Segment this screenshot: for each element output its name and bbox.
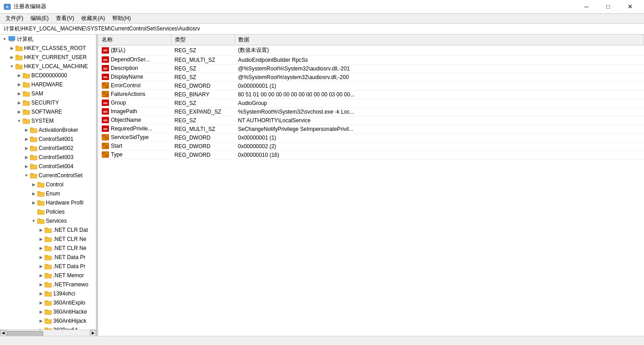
tree-node-netdatapr2[interactable]: ▶ .NET Data Pr [0,262,96,271]
expand-netframework[interactable]: ▶ [37,281,45,288]
menu-favorites[interactable]: 收藏夹(A) [78,14,109,23]
scroll-thumb-h[interactable] [7,331,43,336]
tree-node-360box64[interactable]: ▶ 360Box64 [0,325,96,330]
scroll-left-arrow[interactable]: ◀ [0,330,6,336]
close-button[interactable]: ✕ [619,0,640,14]
expand-currentcontrolset[interactable]: ▼ [23,172,30,179]
tree-node-1394ohci[interactable]: ▶ 1394ohci [0,289,96,298]
tree-node-hkcu[interactable]: ▶ HKEY_CURRENT_USER [0,53,96,62]
expand-control[interactable]: ▶ [30,181,37,188]
table-row[interactable]: ServiceSidTypeREG_DWORD0x00000001 (1) [98,133,644,142]
expand-security[interactable]: ▶ [15,99,23,106]
tree-node-netclrne2[interactable]: ▶ .NET CLR Ne [0,244,96,253]
expand-360antihacke[interactable]: ▶ [37,308,45,315]
table-row[interactable]: abDescriptionREG_SZ@%SystemRoot%\System3… [98,64,644,73]
tree-node-360antihijack[interactable]: ▶ 360AntiHijack [0,316,96,325]
expand-hardware[interactable]: ▶ [15,81,23,88]
expand-netclrne1[interactable]: ▶ [37,235,45,243]
expand-activationbroker[interactable]: ▶ [23,126,30,134]
tree-node-controlset001[interactable]: ▶ ControlSet001 [0,135,96,144]
expand-netdatapr2[interactable]: ▶ [37,263,45,270]
tree-node-system[interactable]: ▼ SYSTEM [0,116,96,125]
tree-node-policies[interactable]: Policies [0,207,96,216]
tree-node-netframework[interactable]: ▶ .NETFramewo [0,280,96,289]
expand-netmemor[interactable]: ▶ [37,272,45,279]
expand-controlset001[interactable]: ▶ [23,135,30,143]
menu-edit[interactable]: 编辑(E) [27,14,52,23]
tree-node-enum[interactable]: ▶ Enum [0,189,96,198]
table-row[interactable]: StartREG_DWORD0x00000002 (2) [98,142,644,150]
tree-node-controlset002[interactable]: ▶ ControlSet002 [0,144,96,153]
cell-name-text: FailureActions [111,91,145,97]
tree-node-netclrdat[interactable]: ▶ .NET CLR Dat [0,225,96,235]
table-row[interactable]: ab(默认)REG_SZ(数值未设置) [98,45,644,56]
menu-file[interactable]: 文件(F) [2,14,27,23]
tree-node-hkcr[interactable]: ▶ HKEY_CLASSES_ROOT [0,44,96,53]
menu-view[interactable]: 查看(V) [52,14,78,23]
expand-sam[interactable]: ▶ [15,90,23,97]
minimize-button[interactable]: ─ [576,0,597,14]
expand-hkcr[interactable]: ▶ [8,45,15,52]
expand-hardwareprofil[interactable]: ▶ [30,199,37,206]
expand-controlset003[interactable]: ▶ [23,154,30,161]
expand-services[interactable]: ▼ [30,217,37,225]
maximize-button[interactable]: □ [598,0,619,14]
cell-data: AudioGroup [234,99,644,107]
tree-node-activationbroker[interactable]: ▶ ActivationBroker [0,125,96,135]
tree-horizontal-scrollbar[interactable]: ◀ ▶ [0,330,96,336]
expand-hklm[interactable]: ▼ [8,63,15,70]
tree-label-controlset003: ControlSet003 [39,154,74,160]
expand-1394ohci[interactable]: ▶ [37,290,45,297]
expand-software[interactable]: ▶ [15,108,23,115]
tree-node-netclrne1[interactable]: ▶ .NET CLR Ne [0,235,96,244]
expand-controlset002[interactable]: ▶ [23,145,30,152]
table-row[interactable]: abGroupREG_SZAudioGroup [98,99,644,107]
tree-node-bcd[interactable]: ▶ BCD00000000 [0,71,96,80]
cell-data: @%SystemRoot%\System32\audiosrv.dll,-201 [234,64,644,73]
tree-node-360antihacke[interactable]: ▶ 360AntiHacke [0,307,96,316]
tree-label-netclrne2: .NET CLR Ne [53,245,86,251]
expand-360antihijack[interactable]: ▶ [37,317,45,325]
tree-node-hardwareprofil[interactable]: ▶ Hardware Profil [0,198,96,207]
expand-computer[interactable]: ▼ [1,35,8,43]
tree-node-hardware[interactable]: ▶ HARDWARE [0,80,96,89]
tree-node-software[interactable]: ▶ SOFTWARE [0,107,96,116]
expand-enum[interactable]: ▶ [30,190,37,197]
tree-node-netdatapr1[interactable]: ▶ .NET Data Pr [0,253,96,262]
table-row[interactable]: ErrorControlREG_DWORD0x00000001 (1) [98,81,644,90]
table-row[interactable]: FailureActionsREG_BINARY80 51 01 00 00 0… [98,90,644,99]
expand-netdatapr1[interactable]: ▶ [37,254,45,261]
tree-node-sam[interactable]: ▶ SAM [0,89,96,98]
table-row[interactable]: abDisplayNameREG_SZ@%SystemRoot%\system3… [98,73,644,81]
table-row[interactable]: abDependOnSer...REG_MULTI_SZAudioEndpoin… [98,55,644,64]
tree-label-enum: Enum [46,190,60,197]
expand-hkcu[interactable]: ▶ [8,54,15,61]
scroll-right-arrow[interactable]: ▶ [90,330,96,336]
expand-controlset004[interactable]: ▶ [23,163,30,170]
expand-bcd[interactable]: ▶ [15,72,23,79]
table-row[interactable]: TypeREG_DWORD0x00000010 (16) [98,150,644,159]
menu-help[interactable]: 帮助(H) [109,14,134,23]
expand-360box64[interactable]: ▶ [37,326,45,330]
tree-node-currentcontrolset[interactable]: ▼ CurrentControlSet [0,171,96,180]
tree-node-hklm[interactable]: ▼ HKEY_LOCAL_MACHINE [0,62,96,71]
tree-node-services[interactable]: ▼ Services [0,216,96,225]
tree-node-netmemor[interactable]: ▶ .NET Memor [0,271,96,280]
tree-node-controlset004[interactable]: ▶ ControlSet004 [0,162,96,171]
computer-icon [8,36,15,42]
tree-node-360antiexplo[interactable]: ▶ 360AntiExplo [0,298,96,307]
tree-node-controlset003[interactable]: ▶ ControlSet003 [0,153,96,162]
table-row[interactable]: abImagePathREG_EXPAND_SZ%SystemRoot%\Sys… [98,107,644,116]
expand-system[interactable]: ▼ [15,117,23,125]
tree-node-control[interactable]: ▶ Control [0,180,96,189]
tree-node-security[interactable]: ▶ SECURITY [0,98,96,107]
ab-icon: ab [102,108,109,115]
tree-panel[interactable]: ▼ 计算机 ▶ HKEY_CLASSES_ROOT [0,35,96,330]
tree-node-computer[interactable]: ▼ 计算机 [0,35,96,44]
expand-netclrne2[interactable]: ▶ [37,245,45,252]
expand-netclrdat[interactable]: ▶ [37,226,45,234]
table-row[interactable]: abObjectNameREG_SZNT AUTHORITY\LocalServ… [98,116,644,125]
right-panel[interactable]: 名称 类型 数据 ab(默认)REG_SZ(数值未设置)abDependOnSe… [98,35,644,336]
table-row[interactable]: abRequiredPrivile...REG_MULTI_SZSeChange… [98,125,644,133]
expand-360antiexplo[interactable]: ▶ [37,299,45,306]
